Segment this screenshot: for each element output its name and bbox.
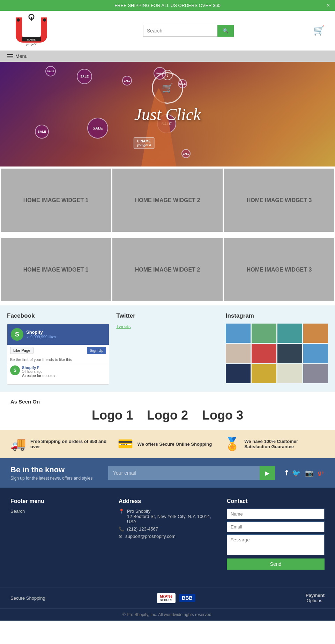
twitter-col: Twitter Tweets [116, 312, 218, 385]
menu-button[interactable]: Menu [7, 53, 28, 59]
logo-icon: NAME you got it [10, 14, 52, 46]
copyright-text: © Pro Shopify, Inc. All worldwide rights… [122, 612, 213, 617]
widget-cell-2-3[interactable]: HOME IMAGE WIDGET 3 [223, 237, 335, 302]
footer-phone: (212) 123-4567 [127, 526, 158, 532]
header: NAME you got it 🔍 🛒 [0, 11, 335, 51]
instagram-image-3[interactable] [277, 324, 302, 343]
instagram-image-1[interactable] [226, 324, 251, 343]
logo-area: NAME you got it [10, 14, 80, 47]
footer-email: support@proshopify.com [125, 534, 176, 539]
fb-post-avatar: S [10, 365, 20, 375]
footer-address-name: Pro Shopify [127, 509, 216, 514]
twitter-title: Twitter [116, 312, 218, 319]
contact-send-button[interactable]: Send [227, 558, 325, 570]
footer-menu-search-link[interactable]: Search [10, 509, 108, 514]
instagram-image-4[interactable] [303, 324, 328, 343]
shipping-icon: 🚚 [10, 437, 26, 451]
twitter-social-icon[interactable]: 🐦 [292, 469, 301, 477]
instagram-title: Instagram [226, 312, 328, 319]
search-button[interactable]: 🔍 [217, 25, 234, 37]
fb-post-text: A recipe for success. [22, 373, 58, 378]
footer-bottom-row: Secure Shopping: McAfee SECURE BBB Payme… [10, 593, 325, 603]
instagram-image-8[interactable] [303, 344, 328, 363]
bbb-badge: BBB [179, 594, 195, 602]
instagram-image-9[interactable] [226, 364, 251, 383]
email-icon: ✉ [119, 534, 122, 539]
tweets-link[interactable]: Tweets [116, 324, 131, 329]
feature-item-3: 🏅 We have 100% Customer Satisfaction Gua… [224, 437, 325, 451]
instagram-image-11[interactable] [277, 364, 302, 383]
fb-post-time: 14 hours ago [22, 370, 58, 373]
instagram-image-5[interactable] [226, 344, 251, 363]
instagram-image-7[interactable] [277, 344, 302, 363]
cart-icon[interactable]: 🛒 [297, 25, 325, 36]
newsletter-title: Be in the know [10, 465, 98, 474]
nav-bar: Menu [0, 51, 335, 62]
facebook-social-icon[interactable]: f [285, 468, 288, 478]
widget-label-2-3: HOME IMAGE WIDGET 3 [243, 263, 315, 276]
footer-email-row: ✉ support@proshopify.com [119, 534, 216, 539]
widget-cell-2-2[interactable]: HOME IMAGE WIDGET 2 [112, 237, 223, 302]
logo-1[interactable]: Logo 1 [92, 408, 133, 423]
contact-message-input[interactable] [227, 534, 325, 555]
newsletter-email-input[interactable] [108, 466, 260, 480]
footer-contact-title: Contact [227, 498, 325, 504]
widget-cell-2-1[interactable]: HOME IMAGE WIDGET 1 [0, 237, 112, 302]
googleplus-social-icon[interactable]: g+ [318, 470, 325, 476]
footer-address-title: Address [119, 498, 216, 504]
footer-address-name-row: 📍 Pro Shopify 12 Bedford St, New York Ci… [119, 509, 216, 524]
secure-shopping-icon: 💳 [118, 437, 133, 451]
newsletter-submit-button[interactable]: ▶ [260, 466, 275, 480]
announcement-text: FREE SHIPPING FOR ALL US ORDERS OVER $60 [114, 3, 221, 8]
widget-cell-1-2[interactable]: HOME IMAGE WIDGET 2 [112, 168, 223, 232]
instagram-image-10[interactable] [252, 364, 276, 383]
payment-label: Payment [306, 593, 325, 598]
facebook-col: Facebook S Shopify ✓ 9,999,999 likes Lik… [7, 312, 109, 385]
search-input[interactable] [143, 25, 217, 37]
instagram-image-12[interactable] [303, 364, 328, 383]
facebook-widget[interactable]: S Shopify ✓ 9,999,999 likes Like Page Si… [7, 324, 109, 385]
announcement-bar: FREE SHIPPING FOR ALL US ORDERS OVER $60… [0, 0, 335, 11]
svg-point-2 [17, 18, 20, 22]
logo-3[interactable]: Logo 3 [202, 408, 243, 423]
sale-badge: SALE [122, 76, 132, 86]
newsletter-section: Be in the know Sign up for the latest ne… [0, 458, 335, 488]
fb-page-name: Shopify [26, 330, 56, 335]
newsletter-subtitle: Sign up for the latest news, offers and … [10, 476, 98, 481]
feature-strip: 🚚 Free Shipping on orders of $50 and ove… [0, 430, 335, 458]
instagram-image-2[interactable] [252, 324, 276, 343]
widget-row-1: HOME IMAGE WIDGET 1 HOME IMAGE WIDGET 2 … [0, 166, 335, 232]
instagram-social-icon[interactable]: 📷 [305, 469, 314, 477]
contact-form: Send [227, 509, 325, 570]
menu-label: Menu [15, 53, 28, 59]
hamburger-icon [7, 54, 13, 58]
widget-label-1-1: HOME IMAGE WIDGET 1 [20, 194, 92, 207]
svg-text:NAME: NAME [27, 38, 36, 41]
logos-row: Logo 1 Logo 2 Logo 3 [10, 408, 325, 423]
satisfaction-icon: 🏅 [224, 437, 240, 451]
contact-email-input[interactable] [227, 521, 325, 532]
fb-post: S Shopify F 14 hours ago A recipe for su… [7, 363, 109, 380]
fb-signup-button[interactable]: Sign Up [87, 347, 106, 354]
contact-name-input[interactable] [227, 509, 325, 519]
logo-2[interactable]: Logo 2 [147, 408, 188, 423]
payment-options-area: Payment Options: [306, 593, 325, 603]
secure-shopping-area: Secure Shopping: [10, 595, 46, 601]
widget-cell-1-1[interactable]: HOME IMAGE WIDGET 1 [0, 168, 112, 232]
footer-address-col: Address 📍 Pro Shopify 12 Bedford St, New… [119, 498, 216, 570]
payment-options-text: Options: [306, 598, 325, 603]
hero-logo-watermark: U NAMEyou got it [134, 137, 155, 149]
instagram-image-6[interactable] [252, 344, 276, 363]
fb-avatar: S [11, 328, 23, 341]
widget-label-2-2: HOME IMAGE WIDGET 2 [132, 263, 204, 276]
hero-banner: SALE SALE SALE SALE SALE SALE SALE SALE … [0, 62, 335, 166]
widget-cell-1-3[interactable]: HOME IMAGE WIDGET 3 [223, 168, 335, 232]
fb-post-content: Shopify F 14 hours ago A recipe for succ… [22, 365, 58, 378]
feature-item-2: 💳 We offers Secure Online Shopping [118, 437, 218, 451]
fb-like-button[interactable]: Like Page [10, 347, 34, 354]
announcement-close-button[interactable]: × [327, 2, 330, 9]
newsletter-form: ▶ [108, 466, 275, 480]
phone-icon: 📞 [119, 526, 124, 532]
footer: Footer menu Search Address 📍 Pro Shopify… [0, 488, 335, 587]
footer-grid: Footer menu Search Address 📍 Pro Shopify… [10, 498, 325, 570]
